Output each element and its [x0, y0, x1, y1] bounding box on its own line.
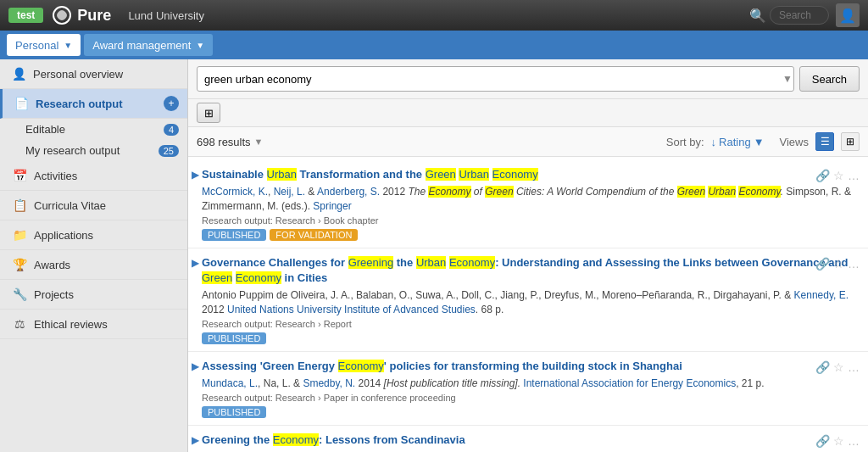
projects-icon: 🔧 — [12, 287, 27, 302]
result-title[interactable]: Governance Challenges for Greening the U… — [202, 255, 860, 286]
result-expand-icon[interactable]: ▶ — [192, 257, 199, 269]
views-label: Views — [780, 136, 809, 148]
result-expand-icon[interactable]: ▶ — [192, 360, 199, 372]
sidebar-item-curricula-vitae[interactable]: 📋 Curricula Vitae — [0, 191, 187, 220]
author-link-anderberg[interactable]: Anderberg, S. — [317, 186, 380, 198]
meta-highlight-economy2: Economy — [738, 186, 780, 198]
award-nav-arrow: ▼ — [196, 41, 204, 50]
applications-icon: 📁 — [12, 227, 27, 243]
sidebar-item-projects[interactable]: 🔧 Projects — [0, 280, 187, 310]
star-icon[interactable]: ☆ — [833, 169, 844, 182]
result-actions: 🔗 ☆ … — [815, 434, 860, 448]
table-row: ▶ Assessing 'Green Energy Economy' polic… — [188, 352, 868, 426]
result-badges: PUBLISHED — [202, 332, 860, 344]
sidebar-item-my-research-output[interactable]: My research output 25 — [0, 140, 187, 161]
sidebar-item-research-output[interactable]: 📄 Research output + — [0, 89, 187, 119]
editable-label: Editable 4 — [25, 123, 179, 136]
my-research-output-badge: 25 — [159, 145, 179, 157]
personal-nav-arrow: ▼ — [64, 41, 72, 50]
highlight-urban: Urban — [267, 168, 297, 181]
results-list: ▶ Sustainable Urban Transformation and t… — [188, 157, 868, 452]
sort-select[interactable]: ↓ Rating ▼ — [711, 136, 765, 148]
list-view-button[interactable]: ☰ — [815, 132, 834, 151]
more-icon[interactable]: … — [848, 257, 860, 271]
filter-icon: ⊞ — [204, 107, 214, 120]
user-icon: 👤 — [839, 8, 856, 24]
bookmark-icon[interactable]: 🔗 — [815, 169, 830, 182]
more-icon[interactable]: … — [848, 169, 860, 182]
more-icon[interactable]: … — [848, 360, 860, 374]
bookmark-icon[interactable]: 🔗 — [815, 434, 830, 448]
ethical-reviews-label: Ethical reviews — [34, 318, 108, 331]
sidebar-item-editable[interactable]: Editable 4 — [0, 119, 187, 140]
result-type: Research output: Research › Book chapter — [202, 215, 860, 226]
publisher-link-un[interactable]: United Nations University Institute of A… — [227, 304, 476, 315]
bookmark-icon[interactable]: 🔗 — [815, 257, 830, 271]
sidebar-item-awards[interactable]: 🏆 Awards — [0, 250, 187, 280]
user-menu-button[interactable]: 👤 — [836, 3, 860, 27]
result-authors: McCormick, K., Neij, L. & Anderberg, S. … — [202, 185, 860, 214]
sidebar-item-activities[interactable]: 📅 Activities — [0, 161, 187, 191]
published-badge: PUBLISHED — [202, 406, 266, 418]
results-count-area: 698 results ▼ — [197, 136, 263, 148]
table-row: ▶ Greening the Economy: Lessons from Sca… — [188, 426, 868, 452]
result-expand-icon[interactable]: ▶ — [192, 169, 199, 181]
result-authors: Mundaca, L., Na, L. & Smedby, N. 2014 [H… — [202, 377, 860, 391]
search-input[interactable] — [197, 66, 794, 92]
author-link-mundaca[interactable]: Mundaca, L. — [202, 377, 258, 389]
author-link-smedby[interactable]: Smedby, N. — [303, 377, 355, 389]
bookmark-icon[interactable]: 🔗 — [815, 360, 830, 374]
add-research-output-button[interactable]: + — [164, 96, 179, 111]
top-search-area: 🔍 — [749, 6, 829, 25]
search-area: ▼ Search — [188, 59, 868, 99]
sidebar-item-personal-overview[interactable]: 👤 Personal overview — [0, 59, 187, 89]
table-row: ▶ Governance Challenges for Greening the… — [188, 248, 868, 352]
publisher-link-iaee[interactable]: International Association for Energy Eco… — [523, 377, 736, 389]
result-title[interactable]: Assessing 'Green Energy Economy' policie… — [202, 359, 860, 374]
curricula-vitae-label: Curricula Vitae — [34, 199, 106, 212]
result-type: Research output: Research › Report — [202, 319, 860, 329]
main-layout: 👤 Personal overview 📄 Research output + … — [0, 59, 868, 452]
highlight-economy5: Economy — [338, 360, 384, 372]
author-link-neij[interactable]: Neij, L. — [274, 186, 305, 198]
author-link-kennedy[interactable]: Kennedy, E. — [794, 289, 849, 301]
search-dropdown-button[interactable]: ▼ — [782, 73, 793, 85]
curricula-vitae-icon: 📋 — [12, 198, 27, 213]
result-type: Research output: Research › Paper in con… — [202, 393, 860, 403]
personal-nav-button[interactable]: Personal ▼ — [7, 34, 81, 56]
projects-label: Projects — [34, 288, 74, 301]
highlight-economy6: Economy — [273, 433, 319, 446]
personal-overview-icon: 👤 — [12, 66, 26, 81]
author-link-mccormick[interactable]: McCormick, K. — [202, 186, 268, 198]
sidebar-label-research-output: Research output + — [36, 96, 179, 111]
filter-button[interactable]: ⊞ — [197, 103, 220, 123]
publisher-link-springer[interactable]: Springer — [313, 200, 351, 212]
results-dropdown[interactable]: ▼ — [254, 137, 264, 147]
applications-label: Applications — [34, 229, 93, 242]
activities-icon: 📅 — [12, 168, 27, 183]
star-icon[interactable]: ☆ — [833, 360, 844, 374]
search-button[interactable]: Search — [799, 66, 860, 92]
sidebar-item-applications[interactable]: 📁 Applications — [0, 220, 187, 250]
award-management-nav-button[interactable]: Award management ▼ — [84, 34, 213, 56]
sidebar-label-personal-overview: Personal overview — [33, 68, 179, 81]
result-title[interactable]: Greening the Economy: Lessons from Scand… — [202, 432, 860, 448]
for-validation-badge: FOR VALIDATION — [270, 229, 358, 241]
highlight-economy3: Economy — [449, 256, 495, 269]
top-bar: test Pure Lund University 🔍 👤 — [0, 0, 868, 31]
grid-view-button[interactable]: ⊞ — [841, 132, 860, 151]
meta-highlight-green2: Green — [677, 186, 705, 198]
result-expand-icon[interactable]: ▶ — [192, 434, 199, 446]
result-title[interactable]: Sustainable Urban Transformation and the… — [202, 167, 860, 182]
results-bar: 698 results ▼ Sort by: ↓ Rating ▼ Views … — [188, 127, 868, 157]
published-badge: PUBLISHED — [202, 332, 266, 344]
top-search-input[interactable] — [770, 6, 829, 25]
sidebar-item-ethical-reviews[interactable]: ⚖ Ethical reviews — [0, 310, 187, 339]
result-actions: 🔗 ☆ … — [815, 169, 860, 182]
more-icon[interactable]: … — [848, 434, 860, 448]
result-badges: PUBLISHED FOR VALIDATION — [202, 229, 860, 241]
sort-dropdown-icon: ▼ — [754, 136, 765, 148]
star-icon[interactable]: ☆ — [833, 257, 844, 271]
star-icon[interactable]: ☆ — [833, 434, 844, 448]
list-view-icon: ☰ — [821, 136, 830, 148]
